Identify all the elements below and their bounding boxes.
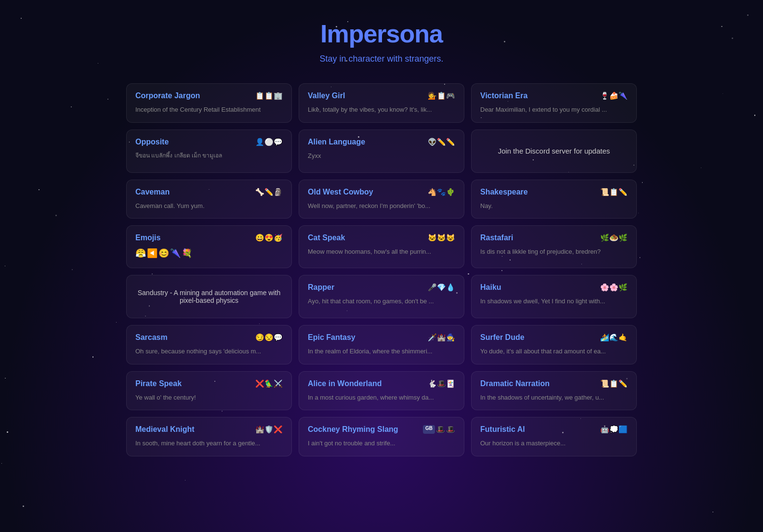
subtitle-text: Stay in character with xyxy=(319,54,405,64)
card-futuristic-ai[interactable]: Futuristic AI 🤖💭🟦 Our horizon is a maste… xyxy=(471,417,637,456)
card-icons-container: 🦴✏️🗿 xyxy=(255,188,283,196)
card-rapper[interactable]: Rapper 🎤💎💧 Ayo, hit that chat room, no g… xyxy=(299,275,464,318)
card-pirate-speak[interactable]: Pirate Speak ❌🦜⚔️ Ye wall o' the century… xyxy=(126,371,292,411)
card-icons: 🐴🐾🌵 xyxy=(428,188,455,196)
card-icons-container: 🐱🐱😺 xyxy=(428,234,455,242)
card-header: Futuristic AI 🤖💭🟦 xyxy=(480,425,628,434)
card-icons-container: 😏😒💬 xyxy=(255,333,283,342)
card-sarcasm[interactable]: Sarcasm 😏😒💬 Oh sure, because nothing say… xyxy=(126,325,292,364)
card-title: Surfer Dude xyxy=(480,333,525,342)
card-header: Epic Fantasy 🗡️🏰🧙 xyxy=(308,333,455,342)
card-title: Alien Language xyxy=(308,138,365,146)
card-preview: จีขอน แบลักพึ้ง เกลียด เม็ก ขามูเอล xyxy=(135,151,283,160)
card-header: Opposite 👤⚪💬 xyxy=(135,138,283,146)
card-icons: 🤖💭🟦 xyxy=(600,425,628,434)
card-icons-container: 🏰🛡️❌ xyxy=(255,425,283,434)
card-title: Alice in Wonderland xyxy=(308,379,382,388)
card-icons-container: 📋📋🏢 xyxy=(255,91,283,100)
card-epic-fantasy[interactable]: Epic Fantasy 🗡️🏰🧙 In the realm of Eldori… xyxy=(299,325,464,364)
card-title: Cat Speak xyxy=(308,234,345,242)
card-icons-container: 🍷🍰🌂 xyxy=(600,91,628,100)
cards-grid: Corporate Jargon 📋📋🏢 Inception of the Ce… xyxy=(126,83,637,456)
card-header: Cat Speak 🐱🐱😺 xyxy=(308,234,455,242)
card-icons-container: ❌🦜⚔️ xyxy=(255,379,283,388)
card-title: Dramatic Narration xyxy=(480,379,550,388)
subtitle-highlight: strangers. xyxy=(405,54,444,64)
card-header: Shakespeare 📜📋✏️ xyxy=(480,188,628,196)
card-caveman[interactable]: Caveman 🦴✏️🗿 Caveman call. Yum yum. xyxy=(126,180,292,219)
card-victorian-era[interactable]: Victorian Era 🍷🍰🌂 Dear Maximilian, I ext… xyxy=(471,83,637,123)
card-header: Victorian Era 🍷🍰🌂 xyxy=(480,91,628,100)
card-icons: 📋📋🏢 xyxy=(255,91,283,100)
page-subtitle: Stay in character with strangers. xyxy=(126,54,637,64)
card-cat-speak[interactable]: Cat Speak 🐱🐱😺 Meow meow hoomans, how's a… xyxy=(299,225,464,268)
card-header: Surfer Dude 🏄🌊🤙 xyxy=(480,333,628,342)
card-emojis[interactable]: Emojis 😀😍🥳 😤◀️😊🌂💐 xyxy=(126,225,292,268)
card-preview: 😤◀️😊🌂💐 xyxy=(135,247,283,260)
card-icons: 😏😒💬 xyxy=(255,333,283,342)
card-icons-container: 😀😍🥳 xyxy=(255,234,283,242)
card-title: Corporate Jargon xyxy=(135,91,200,100)
card-preview: In the shadows of uncertainty, we gather… xyxy=(480,393,628,402)
card-icons: 📜📋✏️ xyxy=(600,188,628,196)
card-icons: 🗡️🏰🧙 xyxy=(428,333,455,342)
card-preview: Meow meow hoomans, how's all the purrin.… xyxy=(308,247,455,257)
card-icons-container: 📜📋✏️ xyxy=(600,379,628,388)
card-icons: 📜📋✏️ xyxy=(600,379,628,388)
ad-card[interactable]: Sandustry - A mining and automation game… xyxy=(126,275,292,318)
card-cockney-rhyming-slang[interactable]: Cockney Rhyming Slang GB 🎩 🎩 I ain't got… xyxy=(299,417,464,456)
card-icons: 🌿🧆🌿 xyxy=(600,234,628,242)
card-icons-container: 💁📋🎮 xyxy=(428,91,455,100)
card-header: Cockney Rhyming Slang GB 🎩 🎩 xyxy=(308,425,455,434)
card-icons: 🐇🎩🃏 xyxy=(428,379,455,388)
card-header: Alien Language 👽✏️✏️ xyxy=(308,138,455,146)
card-alien-language[interactable]: Alien Language 👽✏️✏️ Zyxx xyxy=(299,130,464,173)
card-header: Old West Cowboy 🐴🐾🌵 xyxy=(308,188,455,196)
card-preview: Like, totally by the vibes, you know? It… xyxy=(308,105,455,115)
card-title: Opposite xyxy=(135,138,169,146)
card-header: Emojis 😀😍🥳 xyxy=(135,234,283,242)
card-icons: 🐱🐱😺 xyxy=(428,234,455,242)
card-surfer-dude[interactable]: Surfer Dude 🏄🌊🤙 Yo dude, it's all about … xyxy=(471,325,637,364)
card-rastafari[interactable]: Rastafari 🌿🧆🌿 Is dis not a likkle ting o… xyxy=(471,225,637,268)
page-title: Impersona xyxy=(126,19,637,48)
card-title: Pirate Speak xyxy=(135,379,182,388)
card-alice-in-wonderland[interactable]: Alice in Wonderland 🐇🎩🃏 In a most curiou… xyxy=(299,371,464,411)
page-wrapper: Impersona Stay in character with strange… xyxy=(117,0,646,485)
card-preview: Yo dude, it's all about that rad amount … xyxy=(480,347,628,356)
card-header: Corporate Jargon 📋📋🏢 xyxy=(135,91,283,100)
card-valley-girl[interactable]: Valley Girl 💁📋🎮 Like, totally by the vib… xyxy=(299,83,464,123)
card-title: Futuristic AI xyxy=(480,425,525,434)
card-title: Caveman xyxy=(135,188,170,196)
card-medieval-knight[interactable]: Medieval Knight 🏰🛡️❌ In sooth, mine hear… xyxy=(126,417,292,456)
card-title: Valley Girl xyxy=(308,91,345,100)
card-header: Haiku 🌸🌸🌿 xyxy=(480,283,628,292)
card-preview: In the realm of Eldoria, where the shimm… xyxy=(308,347,455,356)
card-preview: In sooth, mine heart doth yearn for a ge… xyxy=(135,439,283,448)
card-icons: ❌🦜⚔️ xyxy=(255,379,283,388)
card-title: Rapper xyxy=(308,283,334,292)
card-icons: 👽✏️✏️ xyxy=(428,138,455,146)
card-icons-container: 🌿🧆🌿 xyxy=(600,234,628,242)
card-title: Sarcasm xyxy=(135,333,168,342)
card-corporate-jargon[interactable]: Corporate Jargon 📋📋🏢 Inception of the Ce… xyxy=(126,83,292,123)
card-header: Sarcasm 😏😒💬 xyxy=(135,333,283,342)
card-header: Medieval Knight 🏰🛡️❌ xyxy=(135,425,283,434)
card-title: Shakespeare xyxy=(480,188,528,196)
card-icons-container: 🐴🐾🌵 xyxy=(428,188,455,196)
card-title: Haiku xyxy=(480,283,501,292)
card-old-west-cowboy[interactable]: Old West Cowboy 🐴🐾🌵 Well now, partner, r… xyxy=(299,180,464,219)
discord-card[interactable]: Join the Discord server for updates xyxy=(471,130,637,173)
card-haiku[interactable]: Haiku 🌸🌸🌿 In shadows we dwell, Yet I fin… xyxy=(471,275,637,318)
card-header: Alice in Wonderland 🐇🎩🃏 xyxy=(308,379,455,388)
card-title: Emojis xyxy=(135,234,160,242)
card-icons: 🌸🌸🌿 xyxy=(600,283,628,292)
card-header: Dramatic Narration 📜📋✏️ xyxy=(480,379,628,388)
card-shakespeare[interactable]: Shakespeare 📜📋✏️ Nay. xyxy=(471,180,637,219)
card-header: Rastafari 🌿🧆🌿 xyxy=(480,234,628,242)
discord-text: Join the Discord server for updates xyxy=(498,147,610,155)
card-opposite[interactable]: Opposite 👤⚪💬 จีขอน แบลักพึ้ง เกลียด เม็ก… xyxy=(126,130,292,173)
card-icons: 😀😍🥳 xyxy=(255,234,283,242)
card-dramatic-narration[interactable]: Dramatic Narration 📜📋✏️ In the shadows o… xyxy=(471,371,637,411)
card-preview: Ye wall o' the century! xyxy=(135,393,283,402)
